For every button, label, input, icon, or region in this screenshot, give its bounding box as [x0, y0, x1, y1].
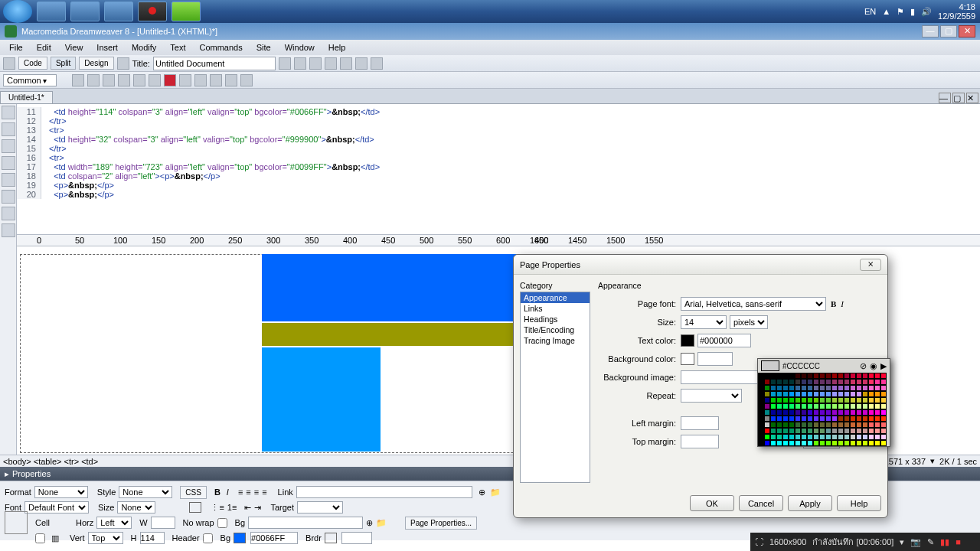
color-cell[interactable]	[862, 428, 868, 434]
color-cell[interactable]	[789, 385, 795, 391]
color-cell[interactable]	[850, 440, 856, 446]
script-icon[interactable]	[240, 74, 253, 86]
refresh-icon[interactable]	[309, 57, 322, 70]
doc-restore-button[interactable]: ▢	[952, 93, 965, 103]
color-cell[interactable]	[844, 379, 850, 385]
color-cell[interactable]	[819, 409, 825, 416]
color-cell[interactable]	[795, 403, 801, 409]
color-cell[interactable]	[795, 397, 801, 403]
file-management-icon[interactable]	[279, 57, 291, 70]
color-cell[interactable]	[764, 409, 770, 416]
color-cell[interactable]	[764, 434, 770, 440]
color-cell[interactable]	[856, 422, 862, 428]
doc-close-button[interactable]: ✕	[966, 93, 978, 103]
align-right-icon[interactable]: ≡	[254, 487, 259, 497]
color-cell[interactable]	[850, 397, 856, 403]
insert-category-select[interactable]: Common ▾	[3, 74, 57, 86]
color-cell[interactable]	[795, 440, 801, 446]
color-cell[interactable]	[844, 391, 850, 397]
color-cell[interactable]	[770, 440, 776, 446]
color-cell[interactable]	[782, 379, 789, 385]
color-cell[interactable]	[758, 434, 764, 440]
color-cell[interactable]	[776, 409, 782, 416]
font-select[interactable]: Default Font	[24, 501, 89, 514]
color-cell[interactable]	[813, 397, 819, 403]
color-cell[interactable]	[795, 434, 801, 440]
color-cell[interactable]	[838, 385, 844, 391]
color-cell[interactable]	[764, 416, 770, 422]
named-anchor-icon[interactable]	[103, 74, 115, 86]
color-cell[interactable]	[868, 403, 874, 409]
color-cell[interactable]	[850, 373, 856, 379]
media-icon[interactable]	[164, 74, 176, 86]
color-cell[interactable]	[825, 409, 831, 416]
rec-zoom-icon[interactable]: ⛶	[755, 537, 763, 546]
menu-modify[interactable]: Modify	[126, 41, 162, 54]
color-cell[interactable]	[868, 434, 874, 440]
format-select[interactable]: None	[34, 486, 88, 498]
color-cell[interactable]	[807, 416, 813, 422]
color-cell[interactable]	[874, 397, 880, 403]
color-cell[interactable]	[807, 440, 813, 446]
start-button[interactable]	[3, 0, 32, 23]
color-cell[interactable]	[862, 373, 868, 379]
color-cell[interactable]	[862, 416, 868, 422]
css-button[interactable]: CSS	[180, 486, 207, 499]
color-cell[interactable]	[782, 434, 789, 440]
color-cell[interactable]	[813, 391, 819, 397]
color-cell[interactable]	[862, 409, 868, 416]
task-explorer-icon[interactable]	[104, 2, 133, 21]
color-cell[interactable]	[789, 373, 795, 379]
color-cell[interactable]	[862, 397, 868, 403]
color-cell[interactable]	[770, 434, 776, 440]
color-cell[interactable]	[825, 373, 831, 379]
color-cell[interactable]	[825, 391, 831, 397]
color-cell[interactable]	[880, 416, 887, 422]
brdr-swatch[interactable]	[325, 533, 337, 543]
help-button[interactable]: Help	[837, 495, 881, 511]
color-cell[interactable]	[856, 428, 862, 434]
color-cell[interactable]	[856, 373, 862, 379]
color-cell[interactable]	[831, 391, 838, 397]
color-cell[interactable]	[844, 422, 850, 428]
color-cell[interactable]	[776, 373, 782, 379]
color-cell[interactable]	[776, 422, 782, 428]
color-cell[interactable]	[838, 440, 844, 446]
merge-checkbox[interactable]	[35, 533, 45, 543]
cat-links[interactable]: Links	[521, 303, 590, 314]
color-cell[interactable]	[782, 422, 789, 428]
syntax-coloring-icon[interactable]	[2, 223, 15, 237]
color-cell[interactable]	[813, 373, 819, 379]
color-cell[interactable]	[880, 409, 887, 416]
list-ul-icon[interactable]: ⋮≡	[211, 503, 224, 513]
color-cell[interactable]	[831, 379, 838, 385]
email-link-icon[interactable]	[87, 74, 100, 86]
color-cell[interactable]	[776, 397, 782, 403]
category-list[interactable]: Appearance Links Headings Title/Encoding…	[520, 292, 590, 483]
indent-icon[interactable]: ⇥	[254, 503, 261, 513]
color-cell[interactable]	[782, 397, 789, 403]
color-cell[interactable]	[770, 379, 776, 385]
color-cell[interactable]	[850, 391, 856, 397]
color-cell[interactable]	[801, 403, 807, 409]
color-cell[interactable]	[868, 409, 874, 416]
color-cell[interactable]	[764, 373, 770, 379]
color-cell[interactable]	[764, 428, 770, 434]
italic-button[interactable]: I	[841, 299, 844, 308]
color-cell[interactable]	[789, 391, 795, 397]
color-cell[interactable]	[856, 434, 862, 440]
image-icon[interactable]	[149, 74, 161, 86]
link-folder-icon[interactable]: 📁	[490, 487, 501, 497]
horz-select[interactable]: Left	[96, 517, 132, 529]
color-cell[interactable]	[776, 403, 782, 409]
prop-size-select[interactable]: None	[117, 501, 155, 514]
menu-site[interactable]: Site	[250, 41, 277, 54]
color-cell[interactable]	[862, 422, 868, 428]
color-cell[interactable]	[819, 416, 825, 422]
align-center-icon[interactable]: ≡	[246, 487, 250, 497]
color-cell[interactable]	[874, 385, 880, 391]
color-cell[interactable]	[844, 403, 850, 409]
date-icon[interactable]	[179, 74, 191, 86]
color-cell[interactable]	[856, 391, 862, 397]
color-cell[interactable]	[807, 428, 813, 434]
